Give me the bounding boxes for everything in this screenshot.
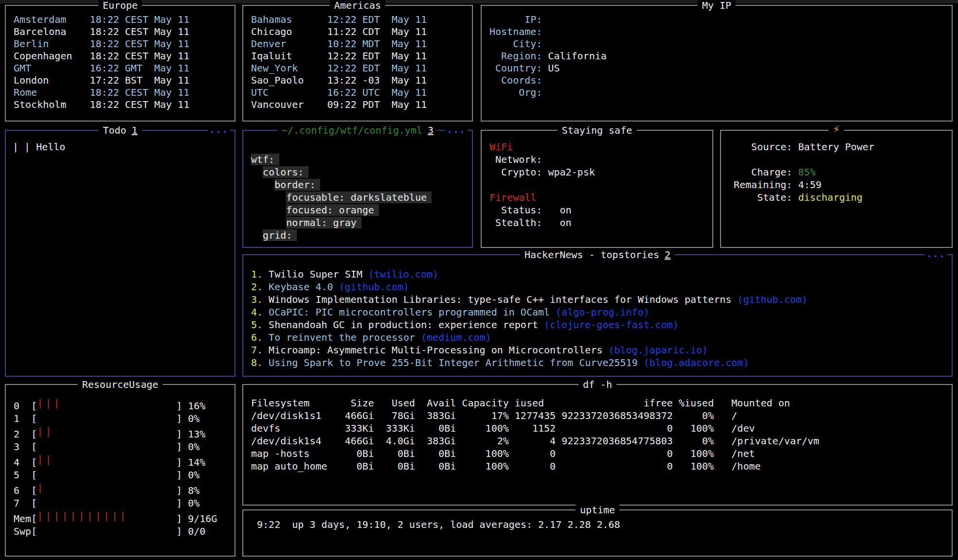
- city-date: May 11: [154, 38, 189, 50]
- col-size: Size: [333, 397, 374, 409]
- config-indent: [251, 192, 286, 203]
- table-row: map -hosts0Bi0Bi0Bi100%00100%/net: [251, 447, 952, 460]
- story-row[interactable]: 5.Shenandoah GC in production: experienc…: [251, 318, 952, 331]
- city-date: May 11: [392, 38, 427, 50]
- meter-label: 7: [14, 497, 31, 509]
- cell-used: 0Bi: [374, 460, 415, 472]
- clock-row: Chicago11:22CDTMay 11: [251, 26, 472, 38]
- cell-mounted-on: /private/var/vm: [714, 435, 819, 447]
- city-date: May 11: [154, 62, 189, 74]
- cell-percent-iused: 0%: [673, 435, 714, 447]
- meter-value: 16%: [188, 400, 205, 412]
- story-url: (github.com): [737, 294, 808, 305]
- cell-filesystem: /dev/disk1s1: [251, 409, 333, 422]
- meter-bracket-close: ]: [176, 441, 182, 453]
- battery-remaining-row: Remaining:4:59: [734, 178, 952, 191]
- config-line: focusable: darkslateblue: [251, 191, 472, 204]
- panel-uptime: uptime 9:22 up 3 days, 19:10, 2 users, l…: [242, 509, 953, 557]
- ip-field-label: Org:: [489, 87, 542, 99]
- panel-todo: Todo1 ... | | Hello: [5, 130, 235, 377]
- cell-avail: 0Bi: [415, 447, 456, 460]
- story-title: Windows Implementation Libraries: type-s…: [269, 294, 731, 305]
- cpu-meter-row: 6[|]8%: [14, 481, 235, 497]
- wifi-section-header: WiFi: [489, 140, 712, 153]
- clock-row: Stockholm18:22CESTMay 11: [14, 99, 235, 111]
- story-rank: 5.: [251, 318, 269, 331]
- cell-size: 466Gi: [333, 409, 374, 422]
- resource-meters: 0[|||]16% 1[]0% 2[||]13% 3[]0% 4[||]14% …: [6, 385, 235, 538]
- story-title: To reinvent the processor: [269, 332, 415, 343]
- city-timezone: EDT: [362, 62, 392, 74]
- config-indent: [251, 179, 274, 191]
- story-row[interactable]: 2.Keybase 4.0(github.com): [251, 280, 952, 293]
- meter-label: 3: [14, 440, 31, 453]
- story-rank: 7.: [251, 344, 269, 356]
- story-row[interactable]: 8.Using Spark to Prove 255-Bit Integer A…: [251, 356, 952, 369]
- cell-used: 4.0Gi: [374, 435, 415, 447]
- story-row[interactable]: 3.Windows Implementation Libraries: type…: [251, 293, 952, 306]
- hackernews-shortcut-key: 2: [665, 249, 670, 261]
- meter-bracket-close: ]: [176, 513, 182, 525]
- ip-field: Hostname:: [489, 26, 952, 38]
- meter-bars: ||: [37, 425, 176, 438]
- cell-size: 0Bi: [333, 460, 374, 472]
- city-timezone: CEST: [125, 38, 154, 50]
- story-url: (blog.japaric.io): [608, 344, 708, 356]
- meter-bracket-open: [: [31, 469, 37, 481]
- city-date: May 11: [392, 99, 427, 110]
- clock-row: Amsterdam18:22CESTMay 11: [14, 14, 235, 26]
- table-row: /dev/disk1s4466Gi4.0Gi383Gi2%49223372036…: [251, 435, 952, 447]
- city-time: 13:22: [327, 74, 362, 87]
- city-date: May 11: [392, 50, 427, 62]
- meter-bracket-close: ]: [176, 456, 182, 468]
- clock-row: Bahamas12:22EDTMay 11: [251, 14, 472, 26]
- panel-disk-usage: df -h FilesystemSizeUsedAvailCapacityius…: [242, 384, 953, 506]
- meter-label: Swp: [14, 525, 31, 538]
- cell-avail: 383Gi: [415, 409, 456, 422]
- todo-item[interactable]: | | Hello: [13, 140, 235, 153]
- meter-label: 5: [14, 469, 31, 481]
- table-row: map auto_home0Bi0Bi0Bi100%00100%/home: [251, 460, 952, 472]
- meter-bracket-close: ]: [176, 400, 182, 412]
- panel-battery: ⚡ Source:Battery Power Charge:85% Remain…: [720, 130, 953, 248]
- clock-row: Denver10:22MDTMay 11: [251, 38, 472, 50]
- col-percent-iused: %iused: [673, 397, 714, 409]
- story-row[interactable]: 4.OCaPIC: PIC microcontrollers programme…: [251, 306, 952, 318]
- table-header-row: FilesystemSizeUsedAvailCapacityiusedifre…: [251, 397, 952, 409]
- meter-value: 0%: [188, 497, 199, 509]
- config-more-indicator[interactable]: ...: [445, 126, 468, 133]
- story-title: Keybase 4.0: [269, 281, 333, 293]
- city-date: May 11: [392, 14, 427, 25]
- cell-filesystem: devfs: [251, 422, 333, 435]
- panel-title-uptime: uptime: [576, 504, 619, 516]
- meter-value: 0/0: [188, 525, 205, 537]
- city-name: UTC: [251, 87, 327, 99]
- city-time: 18:22: [90, 14, 125, 26]
- meter-bars: |||||||||||: [37, 509, 176, 522]
- story-row[interactable]: 7.Microamp: Asymmetric Multi-Processing …: [251, 344, 952, 356]
- cell-ifree: 0: [556, 447, 673, 460]
- city-name: Rome: [14, 87, 90, 99]
- cell-size: 0Bi: [333, 447, 374, 460]
- ip-field-label: Country:: [489, 62, 542, 74]
- panel-title-europe: Europe: [98, 0, 142, 12]
- story-rank: 3.: [251, 293, 269, 306]
- story-row[interactable]: 6.To reinvent the processor(medium.com): [251, 331, 952, 344]
- col-ifree: ifree: [556, 397, 673, 409]
- disk-usage-table: FilesystemSizeUsedAvailCapacityiusedifre…: [243, 385, 952, 472]
- city-date: May 11: [154, 87, 189, 98]
- uptime-text: 9:22 up 3 days, 19:10, 2 users, load ave…: [251, 518, 952, 531]
- cell-size: 333Ki: [333, 422, 374, 435]
- config-line: grid:: [251, 229, 472, 242]
- hackernews-more-indicator[interactable]: ...: [924, 250, 947, 258]
- city-date: May 11: [154, 99, 189, 110]
- story-title: Using Spark to Prove 255-Bit Integer Ari…: [269, 357, 638, 368]
- city-time: 18:22: [90, 99, 125, 111]
- story-row[interactable]: 1.Twilio Super SIM(twilio.com): [251, 268, 952, 280]
- cell-filesystem: map -hosts: [251, 447, 333, 460]
- battery-field-label: Remaining:: [734, 178, 792, 191]
- clock-list-europe: Amsterdam18:22CESTMay 11 Barcelona18:22C…: [6, 6, 235, 111]
- city-timezone: PDT: [362, 99, 392, 111]
- cpu-meter-row: 3[]0%: [14, 440, 235, 453]
- todo-more-indicator[interactable]: ...: [207, 126, 230, 133]
